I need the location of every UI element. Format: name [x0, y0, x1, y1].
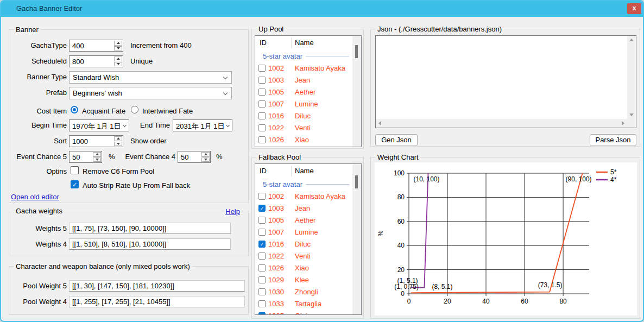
- event-chance-4-up-arrow-icon[interactable]: [201, 152, 210, 157]
- radio-acquaint-fate[interactable]: [71, 106, 78, 113]
- pool-row-1029[interactable]: 1029 Klee: [255, 274, 352, 286]
- pool-row-1033[interactable]: 1033 Tartaglia: [255, 298, 352, 310]
- pool-checkbox-1026[interactable]: [258, 264, 266, 272]
- event-chance-4-input[interactable]: [178, 151, 201, 162]
- close-button[interactable]: x: [627, 3, 641, 14]
- scheduleid-input[interactable]: [70, 56, 113, 67]
- weights-4-input[interactable]: [70, 239, 230, 249]
- radio-intertwined-fate-label[interactable]: Intertwined Fate: [142, 107, 193, 115]
- weights-4-field[interactable]: [69, 238, 231, 250]
- fallback-pool-scrollbar[interactable]: [352, 164, 361, 314]
- up-pool-scrollbar-thumb[interactable]: [355, 45, 358, 58]
- up-pool-scrollbar[interactable]: [352, 36, 361, 147]
- gachatype-spinner[interactable]: [69, 40, 123, 52]
- pool-checkbox-1002[interactable]: [258, 193, 266, 200]
- weight-chart-group: Weight Chart 020406080100020406080%(10, …: [370, 157, 640, 319]
- pool-checkbox-1033[interactable]: [258, 300, 266, 307]
- scroll-up-arrow-icon[interactable]: [629, 39, 634, 41]
- pool-checkbox-1005[interactable]: [258, 89, 266, 96]
- pool-row-1016[interactable]: 1016 Diluc: [255, 110, 352, 122]
- checkbox-remove-c6-form-pool[interactable]: [71, 166, 79, 174]
- pool-checkbox-1007[interactable]: [258, 100, 266, 108]
- checkbox-auto-strip-rate-up[interactable]: [71, 180, 79, 188]
- weights-5-field[interactable]: [69, 223, 231, 234]
- pool-checkbox-1022[interactable]: [258, 124, 266, 131]
- column-header-name[interactable]: Name: [295, 167, 314, 175]
- event-chance-5-input[interactable]: [70, 151, 92, 162]
- scroll-right-arrow-icon[interactable]: [622, 121, 624, 125]
- end-time-datepicker[interactable]: 2031年 1月 1日: [173, 119, 232, 131]
- json-vertical-scrollbar[interactable]: [627, 36, 636, 119]
- scroll-down-arrow-icon[interactable]: [629, 113, 634, 116]
- pool-checkbox-1003[interactable]: [258, 77, 266, 84]
- up-pool-listview[interactable]: ID Name 5-star avatar 1002 Kamisato Ayak…: [255, 35, 362, 147]
- gachatype-input[interactable]: [70, 40, 113, 51]
- sort-input[interactable]: [70, 136, 113, 147]
- scheduleid-down-arrow-icon[interactable]: [114, 62, 122, 67]
- pool-row-1022[interactable]: 1022 Venti: [255, 122, 352, 134]
- scheduleid-spinner[interactable]: [69, 55, 123, 67]
- pool-row-1002[interactable]: 1002 Kamisato Ayaka: [255, 62, 352, 74]
- pool-weight-4-field[interactable]: [69, 296, 245, 307]
- fallback-pool-scrollbar-thumb[interactable]: [355, 175, 358, 188]
- pool-row-1035[interactable]: 1035 Qiqi: [255, 310, 352, 315]
- pool-checkbox-1005[interactable]: [258, 217, 266, 224]
- radio-acquaint-fate-label[interactable]: Acquaint Fate: [82, 107, 125, 115]
- event-chance-4-down-arrow-icon[interactable]: [201, 157, 210, 162]
- pool-row-1003[interactable]: 1003 Jean: [255, 74, 352, 86]
- open-old-editor-link[interactable]: Open old editor: [11, 193, 59, 201]
- column-header-id[interactable]: ID: [260, 39, 267, 47]
- pool-row-1026[interactable]: 1026 Xiao: [255, 134, 352, 146]
- pool-checkbox-1035[interactable]: [258, 312, 266, 315]
- pool-row-1016[interactable]: 1016 Diluc: [255, 238, 352, 250]
- sort-down-arrow-icon[interactable]: [114, 142, 122, 147]
- pool-checkbox-1030[interactable]: [258, 288, 266, 295]
- event-chance-4-spinner[interactable]: [178, 151, 211, 163]
- pool-checkbox-1029[interactable]: [258, 276, 266, 283]
- prefab-combobox[interactable]: Beginners' wish: [69, 87, 232, 99]
- json-textarea[interactable]: [375, 35, 636, 128]
- pool-checkbox-1007[interactable]: [258, 229, 266, 236]
- event-chance-5-down-arrow-icon[interactable]: [93, 157, 101, 162]
- pool-row-1030[interactable]: 1030 Zhongli: [255, 286, 352, 298]
- event-chance-5-up-arrow-icon[interactable]: [93, 152, 101, 157]
- column-header-name[interactable]: Name: [295, 39, 314, 47]
- pool-row-1022[interactable]: 1022 Venti: [255, 250, 352, 262]
- parse-json-button[interactable]: Parse Json: [590, 134, 636, 146]
- pool-weight-4-input[interactable]: [70, 296, 244, 307]
- scroll-left-arrow-icon[interactable]: [378, 121, 381, 125]
- weights-5-input[interactable]: [70, 223, 230, 233]
- column-header-id[interactable]: ID: [260, 167, 267, 175]
- pool-row-1003[interactable]: 1003 Jean: [255, 203, 352, 214]
- pool-row-1026[interactable]: 1026 Xiao: [255, 262, 352, 274]
- pool-checkbox-1003[interactable]: [258, 205, 266, 212]
- pool-checkbox-1016[interactable]: [258, 241, 266, 248]
- pool-row-1005[interactable]: 1005 Aether: [255, 214, 352, 226]
- pool-weight-5-field[interactable]: [69, 280, 245, 292]
- pool-row-1002[interactable]: 1002 Kamisato Ayaka: [255, 191, 352, 203]
- gachatype-up-arrow-icon[interactable]: [114, 41, 122, 46]
- fallback-pool-listview[interactable]: ID Name 5-star avatar 1002 Kamisato Ayak…: [255, 163, 362, 315]
- event-chance-5-spinner[interactable]: [69, 151, 102, 163]
- gachatype-down-arrow-icon[interactable]: [114, 46, 122, 51]
- json-horizontal-scrollbar[interactable]: [376, 119, 627, 128]
- pool-checkbox-1002[interactable]: [258, 65, 266, 72]
- help-link[interactable]: Help: [224, 207, 242, 216]
- pool-weight-5-input[interactable]: [70, 281, 244, 291]
- gen-json-button[interactable]: Gen Json: [375, 134, 418, 146]
- json-content[interactable]: [377, 37, 626, 118]
- sort-spinner[interactable]: [69, 135, 123, 147]
- pool-row-1007[interactable]: 1007 Lumine: [255, 226, 352, 238]
- banner-type-combobox[interactable]: Standard Wish: [69, 71, 232, 84]
- radio-intertwined-fate[interactable]: [131, 106, 138, 113]
- pool-row-1005[interactable]: 1005 Aether: [255, 86, 352, 98]
- pool-row-1007[interactable]: 1007 Lumine: [255, 98, 352, 110]
- sort-up-arrow-icon[interactable]: [114, 136, 122, 141]
- pool-checkbox-1022[interactable]: [258, 252, 266, 260]
- titlebar[interactable]: Gacha Banner Editor x: [0, 0, 644, 17]
- pool-checkbox-1016[interactable]: [258, 112, 266, 119]
- pool-checkbox-1026[interactable]: [258, 136, 266, 143]
- scheduleid-up-arrow-icon[interactable]: [114, 56, 122, 61]
- checkbox-auto-strip-rate-up-label[interactable]: Auto Strip Rate Up From Fall back: [83, 181, 190, 190]
- checkbox-remove-c6-form-pool-label[interactable]: Remove C6 Form Pool: [83, 167, 154, 175]
